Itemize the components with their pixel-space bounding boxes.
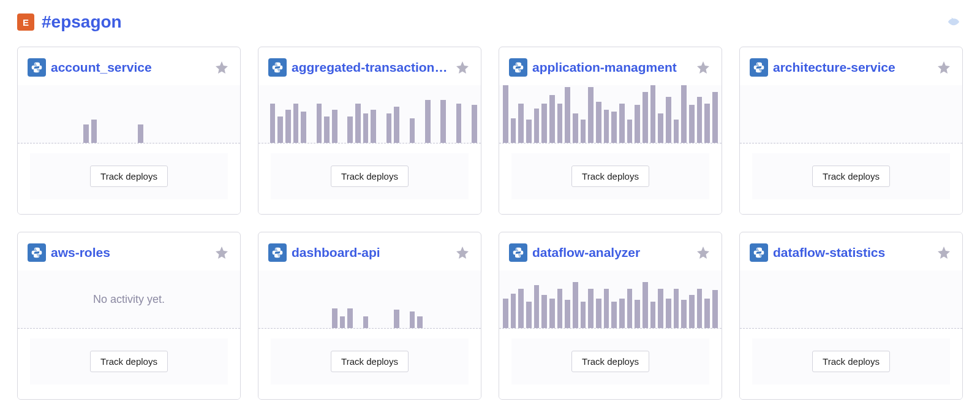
activity-bar	[394, 310, 399, 328]
activity-bar	[581, 120, 586, 143]
star-button[interactable]	[454, 59, 471, 76]
project-title-link[interactable]: aggregated-transactions-worker	[292, 60, 449, 75]
star-icon	[937, 245, 951, 260]
activity-chart	[499, 85, 722, 143]
track-deploys-button[interactable]: Track deploys	[331, 351, 409, 372]
activity-bar	[99, 142, 105, 143]
channel-name[interactable]: #epsagon	[42, 12, 122, 32]
org-badge[interactable]: E	[17, 13, 34, 31]
activity-bar	[875, 327, 881, 328]
activity-bar	[635, 300, 640, 328]
activity-bar	[658, 113, 663, 143]
activity-bar	[518, 104, 524, 143]
track-deploys-button[interactable]: Track deploys	[331, 166, 409, 187]
activity-bar	[285, 110, 291, 143]
track-deploys-button[interactable]: Track deploys	[812, 166, 890, 187]
star-button[interactable]	[935, 244, 952, 261]
no-activity-label: No activity yet.	[18, 270, 240, 328]
activity-bar	[938, 142, 943, 143]
activity-bar	[860, 142, 865, 143]
activity-bar	[270, 104, 276, 143]
activity-bar	[891, 327, 897, 328]
activity-bar	[813, 142, 819, 143]
activity-bar	[76, 142, 81, 143]
activity-bar	[845, 142, 850, 143]
project-title-link[interactable]: dashboard-api	[292, 245, 449, 260]
activity-bar	[899, 142, 904, 143]
star-button[interactable]	[935, 59, 952, 76]
track-deploys-button[interactable]: Track deploys	[571, 166, 649, 187]
activity-bar	[775, 327, 780, 328]
track-deploys-button[interactable]: Track deploys	[812, 351, 890, 372]
activity-bar	[277, 116, 283, 143]
python-icon	[268, 58, 287, 77]
activity-bar	[53, 142, 58, 143]
project-title-link[interactable]: application-managment	[532, 60, 690, 75]
star-button[interactable]	[213, 244, 230, 261]
activity-bar	[883, 327, 889, 328]
python-icon	[750, 58, 768, 77]
activity-bar	[790, 327, 796, 328]
activity-chart: No activity yet.	[18, 270, 240, 329]
star-button[interactable]	[695, 244, 712, 261]
activity-bar	[845, 327, 850, 328]
project-title-link[interactable]: aws-roles	[51, 245, 208, 260]
activity-bar	[837, 327, 842, 328]
star-button[interactable]	[213, 59, 230, 76]
activity-bar	[891, 142, 897, 143]
activity-bar	[472, 105, 477, 143]
mascot-icon	[944, 14, 963, 30]
activity-bar	[712, 290, 718, 328]
footer-box: Track deploys	[30, 153, 228, 199]
activity-bar	[627, 289, 633, 328]
footer-box: Track deploys	[30, 338, 228, 384]
project-title-link[interactable]: architecture-service	[773, 60, 930, 75]
activity-bar	[464, 142, 469, 143]
activity-bar	[775, 142, 780, 143]
activity-bar	[355, 104, 361, 143]
activity-bar	[704, 299, 710, 328]
activity-bar	[604, 110, 609, 143]
activity-bar	[666, 299, 671, 328]
track-deploys-button[interactable]: Track deploys	[90, 166, 168, 187]
activity-bar	[285, 327, 291, 328]
track-deploys-button[interactable]: Track deploys	[571, 351, 649, 372]
activity-bar	[456, 327, 462, 328]
activity-bar	[798, 327, 804, 328]
card-header: application-managment	[499, 47, 722, 85]
activity-bar	[440, 327, 446, 328]
activity-bar	[526, 302, 532, 328]
activity-bar	[309, 142, 314, 143]
activity-bar	[697, 289, 703, 328]
star-button[interactable]	[454, 244, 471, 261]
project-title-link[interactable]: account_service	[51, 60, 208, 75]
python-icon	[509, 58, 527, 77]
activity-bar	[914, 142, 920, 143]
activity-bar	[557, 104, 563, 143]
activity-bar	[581, 302, 586, 328]
track-deploys-button[interactable]: Track deploys	[90, 351, 168, 372]
activity-bar	[744, 142, 749, 143]
activity-bar	[759, 327, 764, 328]
activity-bar	[448, 142, 454, 143]
activity-bar	[371, 110, 376, 143]
activity-bar	[534, 285, 540, 328]
activity-bar	[347, 308, 353, 328]
project-title-link[interactable]: dataflow-analyzer	[532, 245, 690, 260]
activity-bar	[689, 295, 695, 328]
activity-bar	[518, 289, 524, 328]
activity-bar	[448, 327, 454, 328]
python-icon	[750, 243, 768, 262]
project-title-link[interactable]: dataflow-statistics	[773, 245, 930, 260]
activity-bar	[782, 327, 788, 328]
activity-bar	[767, 327, 772, 328]
star-icon	[214, 60, 229, 75]
activity-bars	[262, 270, 477, 328]
activity-bar	[752, 327, 757, 328]
activity-bar	[324, 327, 330, 328]
activity-bar	[674, 289, 679, 328]
activity-bar	[953, 142, 959, 143]
star-button[interactable]	[695, 59, 712, 76]
activity-bar	[752, 142, 757, 143]
activity-bar	[425, 100, 431, 143]
